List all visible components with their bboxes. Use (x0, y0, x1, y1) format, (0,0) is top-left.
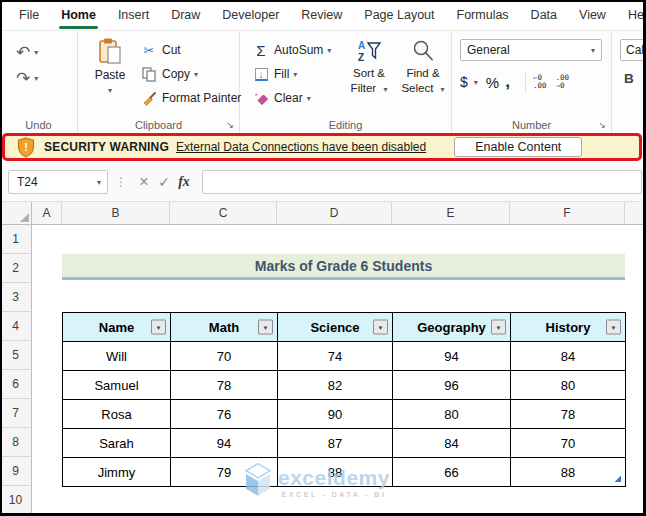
cancel-button[interactable]: × (134, 173, 154, 191)
ribbon-tab-review[interactable]: Review (290, 0, 353, 30)
table-header-history[interactable]: History▼ (511, 313, 626, 342)
chevron-down-icon: ▾ (474, 78, 478, 87)
table-cell[interactable]: 94 (393, 342, 511, 371)
ribbon-tab-insert[interactable]: Insert (107, 0, 160, 30)
filter-dropdown-button[interactable]: ▼ (258, 320, 273, 335)
ribbon-tab-file[interactable]: File (8, 0, 50, 30)
filter-dropdown-button[interactable]: ▼ (151, 320, 166, 335)
table-cell[interactable]: 78 (511, 400, 626, 429)
format-painter-button[interactable]: Format Painter (140, 86, 241, 110)
find-select-button[interactable]: Find & Select ▾ (396, 37, 450, 97)
row-header-10[interactable]: 10 (0, 486, 32, 515)
name-box[interactable]: T24 ▾ (8, 170, 108, 194)
ribbon-tab-view[interactable]: View (568, 0, 617, 30)
sort-filter-button[interactable]: AZ Sort & Filter ▾ (342, 37, 396, 97)
select-all-corner[interactable] (0, 202, 32, 224)
table-cell[interactable]: 84 (393, 429, 511, 458)
insert-function-button[interactable]: fx (174, 174, 194, 190)
table-cell[interactable]: 88 (511, 458, 626, 487)
row-header-8[interactable]: 8 (0, 428, 32, 457)
column-header-d[interactable]: D (277, 202, 392, 224)
table-cell[interactable]: Will (63, 342, 171, 371)
comma-format-button[interactable]: , (505, 72, 510, 92)
table-cell[interactable]: 70 (171, 342, 278, 371)
cut-button[interactable]: ✂Cut (140, 38, 241, 62)
paste-button[interactable]: Paste ▾ (88, 37, 132, 96)
enable-content-button[interactable]: Enable Content (454, 137, 582, 157)
font-name-select[interactable]: Calibri (620, 39, 646, 61)
sheet-grid[interactable]: 12345678910 Marks of Grade 6 Students Na… (0, 225, 646, 516)
table-cell[interactable]: 74 (278, 342, 393, 371)
undo-button[interactable]: ↶▾ (16, 39, 77, 65)
ribbon-tab-formulas[interactable]: Formulas (446, 0, 520, 30)
filter-dropdown-button[interactable]: ▼ (373, 320, 388, 335)
table-cell[interactable]: 79 (171, 458, 278, 487)
table-cell[interactable]: 82 (278, 371, 393, 400)
table-cell[interactable]: 88 (278, 458, 393, 487)
table-cell[interactable]: Jimmy (63, 458, 171, 487)
row-header-1[interactable]: 1 (0, 225, 32, 254)
number-format-select[interactable]: General▾ (460, 39, 602, 61)
table-header-name[interactable]: Name▼ (63, 313, 171, 342)
table-cell[interactable]: Rosa (63, 400, 171, 429)
row-header-2[interactable]: 2 (0, 254, 32, 283)
table-cell[interactable]: 94 (171, 429, 278, 458)
fill-button[interactable]: ↓Fill▾ (252, 62, 331, 86)
table-cell[interactable]: 90 (278, 400, 393, 429)
column-header-a[interactable]: A (32, 202, 62, 224)
ribbon-tab-page-layout[interactable]: Page Layout (353, 0, 445, 30)
column-header-f[interactable]: F (510, 202, 625, 224)
row-header-4[interactable]: 4 (0, 312, 32, 341)
clipboard-group-label: Clipboard (78, 119, 239, 131)
fill-icon: ↓ (252, 68, 270, 81)
column-header-partial[interactable] (625, 202, 646, 224)
ribbon-tab-developer[interactable]: Developer (211, 0, 290, 30)
table-cell[interactable]: 78 (171, 371, 278, 400)
table-cell[interactable]: 84 (511, 342, 626, 371)
table-cell[interactable]: 66 (393, 458, 511, 487)
number-dialog-launcher[interactable]: ↘ (598, 121, 606, 130)
column-header-b[interactable]: B (62, 202, 170, 224)
table-header-science[interactable]: Science▼ (278, 313, 393, 342)
ribbon-tab-home[interactable]: Home (50, 0, 107, 30)
column-header-c[interactable]: C (170, 202, 277, 224)
table-cell[interactable]: 96 (393, 371, 511, 400)
enter-button[interactable]: ✓ (154, 174, 174, 190)
table-header-math[interactable]: Math▼ (171, 313, 278, 342)
currency-format-button[interactable]: $ (460, 74, 468, 90)
table-header-geography[interactable]: Geography▼ (393, 313, 511, 342)
redo-button[interactable]: ↷▾ (16, 65, 77, 91)
increase-decimal-button[interactable]: ←0.00 (533, 74, 547, 90)
copy-button[interactable]: Copy▾ (140, 62, 241, 86)
autosum-button[interactable]: ΣAutoSum▾ (252, 38, 331, 62)
row-header-7[interactable]: 7 (0, 399, 32, 428)
ribbon-tab-help[interactable]: Help (617, 0, 646, 30)
table-cell[interactable]: 80 (511, 371, 626, 400)
security-message-link[interactable]: External Data Connections have been disa… (176, 140, 426, 154)
table-cell[interactable]: 80 (393, 400, 511, 429)
table-resize-handle[interactable] (614, 475, 621, 482)
decrease-decimal-button[interactable]: .00→0 (555, 74, 569, 90)
bold-button[interactable]: B (624, 71, 634, 86)
row-header-6[interactable]: 6 (0, 370, 32, 399)
filter-dropdown-button[interactable]: ▼ (606, 320, 621, 335)
table-cell[interactable]: 76 (171, 400, 278, 429)
clipboard-dialog-launcher[interactable]: ↘ (226, 121, 234, 130)
table-cell[interactable]: 70 (511, 429, 626, 458)
ribbon-tab-draw[interactable]: Draw (160, 0, 211, 30)
title-banner-cell[interactable]: Marks of Grade 6 Students (62, 254, 625, 280)
clear-button[interactable]: Clear▾ (252, 86, 331, 110)
table-row: Will70749484 (63, 342, 626, 371)
row-header-9[interactable]: 9 (0, 457, 32, 486)
table-cell[interactable]: Samuel (63, 371, 171, 400)
row-header-5[interactable]: 5 (0, 341, 32, 370)
percent-format-button[interactable]: % (486, 74, 499, 91)
ribbon-tab-data[interactable]: Data (520, 0, 568, 30)
table-cell[interactable]: Sarah (63, 429, 171, 458)
table-cell[interactable]: 87 (278, 429, 393, 458)
formula-input[interactable] (202, 170, 642, 194)
filter-dropdown-button[interactable]: ▼ (491, 320, 506, 335)
redo-icon: ↷ (16, 68, 30, 89)
row-header-3[interactable]: 3 (0, 283, 32, 312)
column-header-e[interactable]: E (392, 202, 510, 224)
